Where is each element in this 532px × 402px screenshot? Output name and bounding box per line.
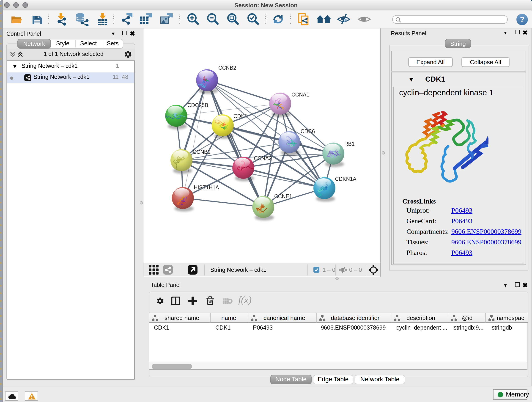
svg-text:CDKN1A: CDKN1A [335, 176, 356, 182]
svg-text:CCNA1: CCNA1 [291, 92, 309, 98]
svg-text:RB1: RB1 [344, 141, 355, 147]
svg-text:CCNB1: CCNB1 [193, 149, 210, 155]
svg-text:CCNA2: CCNA2 [254, 155, 272, 161]
svg-text:CDK1: CDK1 [234, 113, 247, 119]
svg-text:CDC6: CDC6 [301, 128, 315, 134]
svg-text:CCNE1: CCNE1 [274, 193, 292, 199]
svg-text:CDC25B: CDC25B [187, 102, 208, 108]
svg-text:CCNB2: CCNB2 [218, 65, 236, 71]
svg-text:HIST1H1A: HIST1H1A [194, 185, 219, 191]
